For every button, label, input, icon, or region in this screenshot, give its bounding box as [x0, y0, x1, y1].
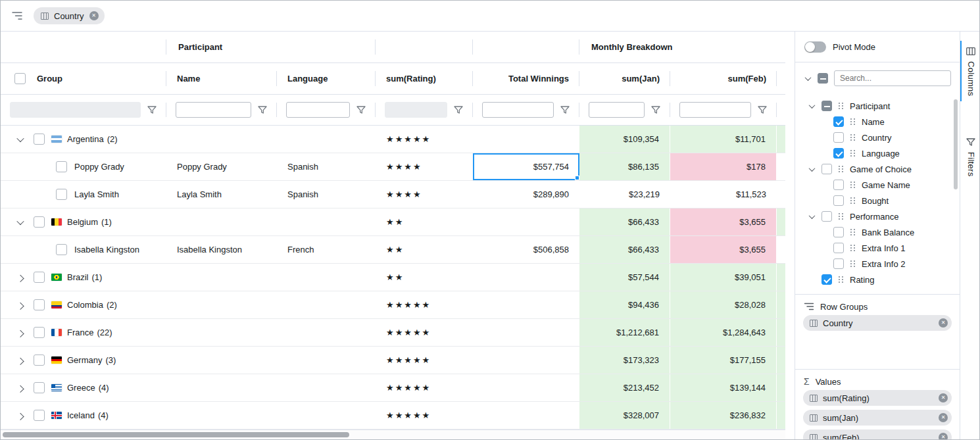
column-visibility-checkbox[interactable] — [833, 227, 844, 237]
row-select-checkbox[interactable] — [34, 134, 45, 145]
column-tree-item-performance[interactable]: Performance — [795, 208, 960, 224]
total-winnings-cell[interactable] — [473, 208, 579, 235]
column-tree-item-rating[interactable]: Rating — [795, 272, 960, 287]
column-header-sum-feb[interactable]: sum(Feb) — [670, 63, 777, 94]
feb-filter-input[interactable] — [679, 102, 751, 118]
column-tree-item-participant[interactable]: Participant — [795, 98, 960, 114]
column-header-group[interactable]: Group — [1, 63, 166, 94]
collapse-chevron-icon[interactable] — [808, 214, 816, 219]
expand-chevron-icon[interactable] — [15, 300, 26, 310]
panel-chip-sum-jan-[interactable]: sum(Jan)✕ — [803, 410, 952, 426]
column-tree-item-game-name[interactable]: Game Name — [795, 177, 960, 193]
column-visibility-checkbox[interactable] — [821, 164, 832, 174]
language-filter-input[interactable] — [286, 102, 350, 118]
row-select-checkbox[interactable] — [34, 327, 45, 338]
column-visibility-checkbox[interactable] — [821, 274, 832, 285]
group-filter-input[interactable] — [10, 102, 141, 118]
column-visibility-checkbox[interactable] — [833, 180, 844, 190]
column-visibility-checkbox[interactable] — [821, 101, 832, 111]
tree-scrollbar-thumb[interactable] — [954, 99, 958, 189]
row-select-checkbox[interactable] — [34, 410, 45, 421]
expand-chevron-icon[interactable] — [15, 410, 26, 421]
row-select-checkbox[interactable] — [34, 216, 45, 228]
column-tree-item-extra-info-1[interactable]: Extra Info 1 — [795, 240, 960, 256]
row-select-checkbox[interactable] — [56, 161, 67, 172]
column-visibility-checkbox[interactable] — [833, 195, 844, 206]
column-tree-item-game-of-choice[interactable]: Game of Choice — [795, 161, 960, 177]
filter-icon[interactable] — [650, 105, 661, 115]
column-header-total-winnings[interactable]: Total Winnings — [473, 63, 579, 94]
rating-filter-input[interactable] — [385, 102, 447, 118]
header-group-monthly-breakdown[interactable]: Monthly Breakdown — [579, 32, 785, 62]
total-winnings-cell[interactable] — [473, 402, 579, 429]
filter-icon[interactable] — [560, 105, 570, 115]
group-chip-country[interactable]: Country ✕ — [34, 7, 105, 24]
remove-icon[interactable]: ✕ — [939, 413, 948, 422]
columns-search-input[interactable] — [834, 70, 951, 86]
pivot-mode-toggle[interactable] — [804, 41, 826, 53]
panel-chip-country[interactable]: Country✕ — [803, 315, 952, 331]
column-header-language[interactable]: Language — [277, 63, 376, 94]
total-winnings-cell[interactable] — [473, 374, 579, 401]
expand-chevron-icon[interactable] — [15, 355, 26, 366]
panel-chip-sum-feb-[interactable]: sum(Feb)✕ — [803, 429, 952, 440]
remove-icon[interactable]: ✕ — [939, 393, 948, 403]
tab-filters[interactable]: Filters — [960, 132, 980, 182]
column-tree-item-name[interactable]: Name — [795, 114, 960, 130]
column-visibility-checkbox[interactable] — [821, 211, 832, 222]
select-all-columns-checkbox[interactable] — [818, 73, 828, 84]
row-select-checkbox[interactable] — [34, 299, 45, 310]
column-tree-item-bought[interactable]: Bought — [795, 193, 960, 208]
expand-chevron-icon[interactable] — [15, 272, 26, 283]
column-visibility-checkbox[interactable] — [833, 132, 844, 143]
collapse-chevron-icon[interactable] — [15, 217, 26, 228]
total-winnings-cell[interactable] — [473, 264, 579, 291]
filter-icon[interactable] — [147, 105, 157, 115]
horizontal-scrollbar[interactable] — [1, 429, 785, 439]
collapse-all-chevron-icon[interactable] — [804, 76, 812, 81]
filter-icon[interactable] — [356, 105, 366, 115]
total-winnings-cell[interactable] — [473, 347, 579, 374]
expand-chevron-icon[interactable] — [15, 383, 26, 393]
total-winnings-cell[interactable]: $289,890 — [473, 181, 579, 208]
row-select-checkbox[interactable] — [34, 354, 45, 366]
collapse-chevron-icon[interactable] — [808, 104, 816, 109]
column-header-sum-jan[interactable]: sum(Jan) — [579, 63, 670, 94]
column-header-sum-rating[interactable]: sum(Rating) — [376, 63, 473, 94]
tab-columns[interactable]: Columns — [960, 41, 980, 101]
filter-icon[interactable] — [453, 105, 464, 115]
collapse-chevron-icon[interactable] — [808, 167, 816, 172]
column-tree-item-extra-info-2[interactable]: Extra Info 2 — [795, 256, 960, 272]
total-winnings-cell[interactable] — [473, 126, 579, 153]
total-winnings-cell[interactable]: $557,754 — [473, 153, 579, 180]
total-winnings-cell[interactable] — [473, 319, 579, 346]
remove-icon[interactable]: ✕ — [939, 433, 948, 440]
column-visibility-checkbox[interactable] — [833, 258, 844, 269]
column-header-name[interactable]: Name — [166, 63, 277, 94]
header-group-participant[interactable]: Participant — [166, 32, 376, 62]
expand-chevron-icon[interactable] — [15, 328, 26, 338]
column-visibility-checkbox[interactable] — [833, 243, 844, 253]
total-winnings-cell[interactable]: $506,858 — [473, 236, 579, 263]
jan-filter-input[interactable] — [589, 102, 645, 118]
remove-group-icon[interactable]: ✕ — [89, 11, 99, 20]
panel-chip-sum-rating-[interactable]: sum(Rating)✕ — [803, 390, 952, 406]
remove-icon[interactable]: ✕ — [939, 318, 948, 328]
row-select-checkbox[interactable] — [56, 244, 67, 255]
row-select-checkbox[interactable] — [34, 382, 45, 393]
column-visibility-checkbox[interactable] — [833, 116, 844, 127]
column-visibility-checkbox[interactable] — [833, 148, 844, 159]
row-select-checkbox[interactable] — [34, 272, 45, 283]
column-tree-item-country[interactable]: Country — [795, 130, 960, 145]
column-tree-item-bank-balance[interactable]: Bank Balance — [795, 224, 960, 240]
horizontal-scrollbar-thumb[interactable] — [3, 432, 349, 437]
collapse-chevron-icon[interactable] — [15, 134, 26, 145]
total-winnings-cell[interactable] — [473, 291, 579, 318]
column-tree-item-language[interactable]: Language — [795, 145, 960, 161]
row-select-checkbox[interactable] — [56, 189, 67, 200]
name-filter-input[interactable] — [176, 102, 251, 118]
filter-icon[interactable] — [257, 105, 268, 115]
select-all-checkbox[interactable] — [14, 73, 26, 84]
fill-handle[interactable] — [575, 176, 579, 180]
winnings-filter-input[interactable] — [482, 102, 554, 118]
